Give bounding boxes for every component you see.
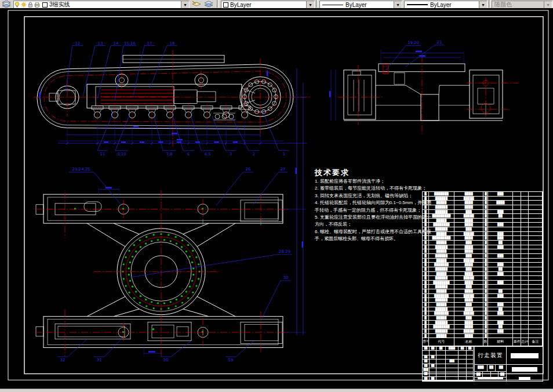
parts-list-row: ████████████████ bbox=[423, 329, 543, 334]
title-block-cell bbox=[483, 372, 491, 378]
parts-list-row: █████████████████ bbox=[423, 281, 543, 285]
parts-list-cell: ███ bbox=[454, 227, 484, 231]
parts-list-cell: ██████ bbox=[429, 285, 454, 289]
parts-list-cell bbox=[521, 325, 529, 329]
balloon-label: 32 bbox=[60, 358, 66, 362]
lineweight-control-combo[interactable]: ByLayer ▼ bbox=[404, 1, 487, 9]
parts-list-table: ████████████████████████████████████████… bbox=[422, 191, 543, 346]
title-block-signature-line bbox=[478, 378, 503, 379]
balloon-label: 3 bbox=[230, 152, 232, 157]
lineweight-dropdown-arrow[interactable]: ▼ bbox=[479, 1, 487, 8]
title-block-grid-cell bbox=[459, 377, 467, 381]
parts-list-cell bbox=[521, 285, 529, 289]
layer-lock-icon[interactable] bbox=[28, 2, 33, 8]
parts-list-cell: ████████ bbox=[429, 281, 454, 285]
parts-list-cell bbox=[521, 281, 529, 285]
parts-list-cell: █ bbox=[423, 232, 429, 236]
parts-list-cell: ████ bbox=[454, 236, 484, 240]
parts-list-cell bbox=[513, 285, 521, 289]
parts-list-row: ██████████████████ bbox=[423, 236, 543, 241]
parts-list-cell bbox=[488, 285, 513, 289]
parts-list-cell: █ bbox=[483, 210, 488, 214]
parts-list-cell bbox=[521, 321, 529, 325]
balloon-label: 1 bbox=[283, 152, 285, 157]
parts-list-cell: █ bbox=[423, 223, 429, 227]
title-block-grid-cell bbox=[436, 360, 446, 364]
parts-list-cell: ███ bbox=[454, 254, 484, 258]
parts-list-cell: ███████ bbox=[429, 263, 454, 267]
parts-list-cell bbox=[521, 201, 529, 205]
title-block-grid-cell bbox=[467, 364, 474, 368]
parts-list-row: █████████████ bbox=[423, 289, 543, 294]
parts-list-row: ██████████████ bbox=[423, 272, 543, 277]
parts-list-cell bbox=[513, 311, 521, 315]
parts-list-cell bbox=[488, 316, 513, 320]
plotstyle-value: 随颜色 bbox=[494, 1, 512, 9]
color-dropdown-arrow[interactable]: ▼ bbox=[306, 1, 314, 8]
layer-dropdown-arrow[interactable]: ▼ bbox=[181, 1, 189, 8]
title-block-grid-cell bbox=[459, 368, 467, 372]
layer-plot-icon[interactable] bbox=[34, 2, 40, 8]
parts-list-cell bbox=[513, 303, 521, 307]
layer-previous-button[interactable] bbox=[203, 0, 214, 8]
linetype-control-combo[interactable]: ByLayer ▼ bbox=[319, 1, 402, 9]
parts-list-cell: █ bbox=[483, 298, 488, 302]
parts-list-cell bbox=[529, 289, 543, 293]
parts-list-cell bbox=[529, 254, 543, 258]
parts-list-cell: █ bbox=[483, 245, 488, 249]
title-block-grid-cell bbox=[430, 372, 436, 376]
parts-list-cell bbox=[521, 192, 529, 196]
parts-list-header-cell: 单件 bbox=[513, 338, 521, 346]
parts-list-cell: █████ bbox=[429, 289, 454, 293]
parts-list-cell: ███ bbox=[454, 316, 484, 320]
parts-list-cell: █████ bbox=[429, 201, 454, 205]
parts-list-cell: █ bbox=[483, 219, 488, 223]
parts-list-cell bbox=[529, 303, 543, 307]
make-object-layer-current-button[interactable] bbox=[190, 0, 202, 8]
tech-req-line: 6. 螺栓、螺母装配时，严禁打击或使用不合适的工具和扳 bbox=[315, 228, 435, 235]
parts-list-row: ██████████████████ bbox=[423, 214, 543, 219]
parts-list-cell: █████ bbox=[454, 259, 484, 263]
parts-list-cell bbox=[521, 259, 529, 263]
parts-list-cell: ████ bbox=[454, 307, 484, 311]
layer-on-bulb-icon[interactable] bbox=[14, 2, 20, 8]
parts-list-cell bbox=[529, 223, 543, 227]
parts-list-cell: █ bbox=[423, 321, 429, 325]
layer-previous-icon bbox=[205, 1, 213, 8]
parts-list-cell: █ bbox=[423, 276, 429, 280]
parts-list-cell: ███ bbox=[454, 267, 484, 271]
parts-list-row: ███████████ bbox=[423, 219, 543, 223]
parts-list-cell bbox=[529, 285, 543, 289]
parts-list-cell: █ bbox=[483, 276, 488, 280]
parts-list-cell bbox=[529, 263, 543, 267]
color-control-combo[interactable]: ByLayer ▼ bbox=[221, 1, 315, 9]
parts-list-cell: ██████ bbox=[429, 267, 454, 271]
parts-list-cell bbox=[529, 232, 543, 236]
tech-req-line: 2. 履带组装后，每节应能灵活转动，不得有卡死现象； bbox=[315, 185, 435, 192]
parts-list-cell: █ bbox=[423, 205, 429, 209]
linetype-dropdown-arrow[interactable]: ▼ bbox=[394, 1, 402, 8]
parts-list-cell: █ bbox=[423, 311, 429, 315]
layer-manager-button[interactable] bbox=[1, 0, 12, 8]
parts-list-cell: █ bbox=[483, 316, 488, 320]
layer-freeze-sun-icon[interactable] bbox=[21, 2, 27, 8]
layer-color-swatch bbox=[42, 2, 48, 8]
parts-list-row: ███████████████ bbox=[423, 321, 543, 325]
parts-list-row: █████████████████ bbox=[423, 311, 543, 316]
parts-list-cell bbox=[513, 267, 521, 271]
parts-list-cell bbox=[521, 197, 529, 201]
parts-list-row: █████████████ bbox=[423, 303, 543, 307]
parts-list-cell: █ bbox=[483, 303, 488, 307]
title-block-grid-cell: ████ bbox=[446, 347, 459, 351]
parts-list-header: 序号 代号 名称 数量 材料 单件 总计 备注 bbox=[423, 337, 543, 346]
parts-list-cell: ██ bbox=[488, 214, 513, 218]
parts-list-cell bbox=[513, 321, 521, 325]
parts-list-cell bbox=[529, 321, 543, 325]
balloon-label: 31 bbox=[97, 358, 102, 362]
parts-list-row: █████████████ bbox=[423, 276, 543, 281]
balloon-label: 30 bbox=[163, 358, 169, 362]
parts-list-cell bbox=[513, 241, 521, 245]
parts-list-cell: █████ bbox=[429, 232, 454, 236]
parts-list-cell bbox=[529, 307, 543, 311]
layer-control-combo[interactable]: 3细实线 ▼ bbox=[13, 1, 190, 9]
